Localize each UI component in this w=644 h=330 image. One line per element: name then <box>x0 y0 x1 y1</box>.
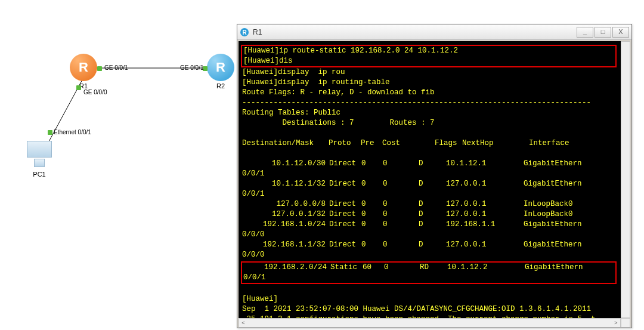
cmd-disp-routing-table: [Huawei]display ip routing-table <box>242 78 617 88</box>
router-icon: R <box>70 54 97 81</box>
route-flags-legend: Route Flags: R - relay, D - download to … <box>242 88 617 98</box>
divider: ----------------------------------------… <box>242 98 617 108</box>
maximize-button[interactable]: □ <box>595 27 611 38</box>
route-row: 10.1.12.1/32Direct00D127.0.0.1GigabitEth… <box>242 179 617 189</box>
node-r1[interactable]: R R1 <box>70 54 97 90</box>
route-row: 127.0.0.0/8Direct00D127.0.0.1InLoopBack0 <box>242 199 617 209</box>
route-row-suffix: 0/0/0 <box>242 250 617 260</box>
cmd-dis: [Huawei]dis <box>243 56 614 66</box>
port-r1-ge001-dot <box>97 66 102 71</box>
horizontal-scrollbar[interactable]: < > <box>239 318 621 328</box>
scroll-left-icon[interactable]: < <box>239 319 247 327</box>
node-label-r2: R2 <box>207 82 234 90</box>
vertical-scrollbar[interactable] <box>621 41 630 318</box>
node-label-pc1: PC1 <box>25 171 54 178</box>
highlight-static-route: 192.168.2.0/24Static600RD10.1.12.2Gigabi… <box>241 261 617 284</box>
route-row-suffix: 0/0/1 <box>242 189 617 199</box>
close-button[interactable]: X <box>612 27 629 38</box>
terminal-window[interactable]: R R1 _ □ X [Huawei]ip route-static 192.1… <box>237 24 632 328</box>
router-icon: R <box>207 54 234 81</box>
terminal-output[interactable]: [Huawei]ip route-static 192.168.2.0 24 1… <box>239 41 620 318</box>
route-row: 192.168.1.1/32Direct00D127.0.0.1GigabitE… <box>242 240 617 250</box>
highlight-command: [Huawei]ip route-static 192.168.2.0 24 1… <box>241 45 617 67</box>
port-label-r1-ge000: GE 0/0/0 <box>83 89 107 95</box>
terminal-area: [Huawei]ip route-static 192.168.2.0 24 1… <box>239 41 630 328</box>
scroll-right-icon[interactable]: > <box>612 319 620 327</box>
route-row: 192.168.1.0/24Direct00D192.168.1.1Gigabi… <box>242 220 617 230</box>
node-pc1[interactable]: PC1 <box>25 141 54 178</box>
route-row: 10.1.12.0/30Direct00D10.1.12.1GigabitEth… <box>242 159 617 169</box>
minimize-button[interactable]: _ <box>577 27 593 38</box>
scroll-corner <box>621 318 630 328</box>
route-row: 127.0.0.1/32Direct00D127.0.0.1InLoopBack… <box>242 209 617 220</box>
cmd-disp-rou: [Huawei]display ip rou <box>242 67 617 78</box>
port-label-r2-ge001: GE 0/0/1 <box>180 64 203 71</box>
route-row-suffix: 0/0/0 <box>242 230 617 240</box>
svg-text:R: R <box>242 29 247 36</box>
router-glyph: R <box>216 60 225 75</box>
port-r1-ge000-dot <box>76 85 81 90</box>
titlebar[interactable]: R R1 _ □ X <box>237 24 631 40</box>
node-r2[interactable]: R R2 <box>207 54 234 90</box>
port-label-pc1-eth001: Ethernet 0/0/1 <box>54 129 91 135</box>
port-label-r1-ge001: GE 0/0/1 <box>104 64 128 71</box>
log-line: Sep 1 2021 23:52:07-08:00 Huawei DS/4/DA… <box>242 304 617 314</box>
port-pc1-eth001-dot <box>48 130 52 135</box>
route-row-suffix: 0/0/1 <box>243 273 614 283</box>
router-glyph: R <box>79 60 88 75</box>
window-title: R1 <box>253 28 577 36</box>
routing-tables-title: Routing Tables: Public <box>242 108 617 118</box>
topology-canvas[interactable]: R R1 GE 0/0/1 GE 0/0/0 R R2 GE 0/0/1 PC1… <box>0 0 244 330</box>
prompt: [Huawei] <box>242 294 617 304</box>
pc-icon <box>25 141 54 169</box>
router-app-icon: R <box>240 27 249 37</box>
routes-count: Destinations : 7 Routes : 7 <box>242 118 617 128</box>
route-header: Destination/MaskProtoPreCostFlagsNextHop… <box>242 138 617 149</box>
cmd-static-route: [Huawei]ip route-static 192.168.2.0 24 1… <box>243 46 614 56</box>
route-row-static: 192.168.2.0/24Static600RD10.1.12.2Gigabi… <box>243 263 614 273</box>
route-row-suffix: 0/0/1 <box>242 169 617 179</box>
